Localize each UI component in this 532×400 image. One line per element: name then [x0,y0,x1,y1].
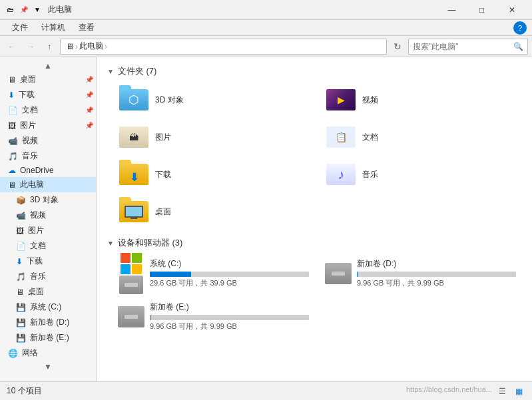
folder-3d-label: 3D 对象 [155,95,184,106]
sidebar-item-music2[interactable]: 🎵 音乐 [0,269,96,284]
drive-d-name: 新加卷 (D:) [357,258,516,270]
win-q1 [121,253,131,263]
sidebar-item-thispc[interactable]: 🖥 此电脑 [0,177,96,192]
folder-desktop[interactable]: 桌面 [113,194,314,229]
back-button[interactable]: ← [4,39,20,55]
sidebar-label-document2: 文档 [30,240,46,252]
drive-c-fill [150,272,191,277]
video-folder-icon: 📹 [8,136,18,146]
view-list-button[interactable]: ☰ [496,385,509,397]
video-play-icon: ▶ [338,95,345,105]
help-button[interactable]: ? [513,21,527,35]
sidebar-item-music[interactable]: 🎵 音乐 [0,148,96,164]
folder-music-label: 音乐 [362,169,378,180]
forward-button[interactable]: → [23,39,39,55]
sidebar-item-download[interactable]: ⬇ 下载 📌 [0,87,96,102]
drive-e-bar [150,315,309,320]
sidebar-item-drived[interactable]: 💾 新加卷 (D:) [0,315,96,330]
doc-icon: 📋 [336,132,347,142]
folder-music[interactable]: ♪ 音乐 [320,157,521,192]
sidebar-item-desktop2[interactable]: 🖥 桌面 [0,284,96,300]
folder-document[interactable]: 📋 文档 [320,120,521,154]
maximize-button[interactable]: □ [467,0,497,20]
drive-c[interactable]: 系统 (C:) 29.6 GB 可用，共 39.9 GB [113,254,314,292]
address-path[interactable]: 🖥 › 此电脑 › [60,39,387,55]
drive-c-bar [150,272,309,277]
path-icon: 🖥 [66,42,74,51]
drive-c-space: 29.6 GB 可用，共 39.9 GB [150,278,309,288]
sidebar-item-drivec[interactable]: 💾 系统 (C:) [0,300,96,315]
document-folder-icon: 📄 [8,106,18,115]
folder-video-thumb: ▶ [325,87,357,113]
sidebar-item-document2[interactable]: 📄 文档 [0,238,96,254]
sidebar-item-desktop[interactable]: 🖥 桌面 📌 [0,72,96,87]
menu-view[interactable]: 查看 [72,21,101,35]
music-note-icon: ♪ [338,167,344,182]
hdd-icon-c [119,276,143,294]
drives-chevron: ▼ [107,240,114,247]
folder-music-thumb: ♪ [325,161,357,188]
path-label: 此电脑 [79,41,103,52]
folder-picture-icon [119,126,148,148]
folder-video[interactable]: ▶ 视频 [320,83,521,117]
status-bar: 10 个项目 https://blog.csdn.net/hua... ☰ ▦ [0,381,532,400]
folders-section-header: ▼ 文件夹 (7) [107,65,521,77]
sidebar-label-download: 下载 [19,89,35,100]
search-input[interactable] [413,42,511,51]
search-box[interactable]: 🔍 [408,39,528,55]
scroll-up[interactable]: ▲ [0,60,96,72]
sidebar-label-drivec: 系统 (C:) [30,301,61,313]
music2-icon: 🎵 [16,272,26,282]
item-count: 10 个项目 [7,385,42,397]
folder-3d-icon: ⬡ [119,89,148,110]
sidebar-item-video[interactable]: 📹 视频 [0,133,96,148]
folder-picture-thumb [118,124,150,150]
refresh-button[interactable]: ↻ [390,39,405,55]
folder-picture[interactable]: 图片 [113,120,314,154]
folder-document-thumb: 📋 [325,124,357,150]
drive-c-info: 系统 (C:) 29.6 GB 可用，共 39.9 GB [150,258,309,288]
sidebar-item-3d[interactable]: 📦 3D 对象 [0,192,96,208]
drive-e-fill [150,315,150,320]
view-tile-button[interactable]: ▦ [513,385,525,397]
folder-download[interactable]: ⬇ 下载 [113,157,314,192]
video2-icon: 📹 [16,211,26,220]
sidebar-item-drivee[interactable]: 💾 新加卷 (E:) [0,330,96,345]
folder-3d[interactable]: ⬡ 3D 对象 [113,83,314,117]
folder-desktop-icon [119,201,148,222]
sidebar-label-onedrive: OneDrive [20,166,54,175]
close-button[interactable]: ✕ [497,0,527,20]
up-button[interactable]: ↑ [41,39,57,55]
dropdown-icon: ▼ [32,5,43,15]
folder-video-icon: ▶ [326,89,356,110]
folder-document-icon: 📋 [326,126,356,148]
menu-file[interactable]: 文件 [5,21,35,35]
drive-d[interactable]: 新加卷 (D:) 9.96 GB 可用，共 9.99 GB [320,254,521,292]
menu-computer[interactable]: 计算机 [35,21,72,35]
folder-music-icon: ♪ [326,164,356,185]
sidebar-label-desktop: 桌面 [20,74,36,85]
scroll-down[interactable]: ▼ [0,361,96,373]
sidebar-item-network[interactable]: 🌐 网络 [0,345,96,361]
drive-e[interactable]: 新加卷 (E:) 9.96 GB 可用，共 9.99 GB [113,298,314,335]
folder-document-label: 文档 [362,132,378,143]
sidebar-item-document[interactable]: 📄 文档 📌 [0,102,96,118]
title-bar: 🗁 📌 ▼ 此电脑 — □ ✕ [0,0,532,20]
drive-d-fill [357,272,358,277]
sidebar-item-download2[interactable]: ⬇ 下载 [0,254,96,269]
sidebar-item-picture[interactable]: 🖼 图片 📌 [0,118,96,133]
sidebar-item-onedrive[interactable]: ☁ OneDrive [0,164,96,177]
folders-header-label: 文件夹 (7) [118,65,157,77]
drive-d-icon [325,260,352,287]
drive-e-name: 新加卷 (E:) [150,301,309,313]
sidebar-item-video2[interactable]: 📹 视频 [0,208,96,223]
drivec-icon: 💾 [16,303,26,312]
minimize-button[interactable]: — [437,0,467,20]
folder-video-label: 视频 [362,95,378,106]
win-q2 [132,253,142,263]
sidebar-item-picture2[interactable]: 🖼 图片 [0,223,96,238]
sidebar-label-music: 音乐 [22,150,38,162]
sidebar-label-3d: 3D 对象 [30,194,59,206]
sidebar-label-drived: 新加卷 (D:) [30,317,69,328]
onedrive-icon: ☁ [8,166,16,175]
